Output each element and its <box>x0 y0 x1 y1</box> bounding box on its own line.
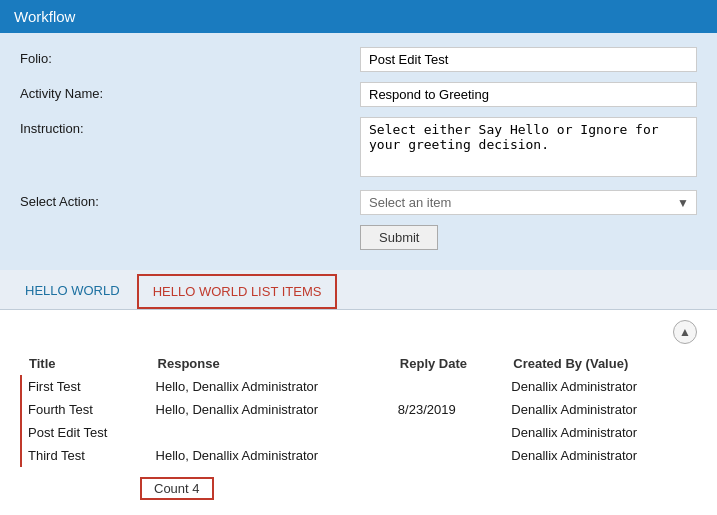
select-action-wrapper: Select an item ▼ <box>360 190 697 215</box>
count-badge: Count 4 <box>140 477 214 500</box>
select-action-row: Select Action: Select an item ▼ <box>20 190 697 215</box>
folio-input[interactable] <box>360 47 697 72</box>
cell-created-by-1: Denallix Administrator <box>505 398 696 421</box>
table-row: Third Test Hello, Denallix Administrator… <box>21 444 696 467</box>
cell-reply-date-3 <box>392 444 506 467</box>
instruction-row: Instruction: Select either Say Hello or … <box>20 117 697 180</box>
cell-reply-date-1: 8/23/2019 <box>392 398 506 421</box>
select-action-dropdown[interactable]: Select an item <box>360 190 697 215</box>
scroll-up-icon: ▲ <box>679 325 691 339</box>
cell-title-3: Third Test <box>21 444 150 467</box>
instruction-label: Instruction: <box>20 117 360 136</box>
cell-title-1: Fourth Test <box>21 398 150 421</box>
list-section: ▲ Title Response Reply Date Created By (… <box>0 310 717 515</box>
folio-input-wrapper <box>360 47 697 72</box>
submit-row: Submit <box>20 225 697 250</box>
table-row: Post Edit Test Denallix Administrator <box>21 421 696 444</box>
instruction-textarea[interactable]: Select either Say Hello or Ignore for yo… <box>360 117 697 177</box>
col-created-by: Created By (Value) <box>505 352 696 375</box>
scroll-up-button[interactable]: ▲ <box>673 320 697 344</box>
activity-name-input[interactable] <box>360 82 697 107</box>
table-row: First Test Hello, Denallix Administrator… <box>21 375 696 398</box>
activity-name-row: Activity Name: <box>20 82 697 107</box>
tab-hello-world-list-items[interactable]: HELLO WORLD LIST ITEMS <box>137 274 338 309</box>
tab-hello-world-list-items-label: HELLO WORLD LIST ITEMS <box>153 284 322 299</box>
table-header-row: Title Response Reply Date Created By (Va… <box>21 352 696 375</box>
folio-label: Folio: <box>20 47 360 66</box>
cell-response-1: Hello, Denallix Administrator <box>150 398 392 421</box>
activity-name-input-wrapper <box>360 82 697 107</box>
list-table: Title Response Reply Date Created By (Va… <box>20 352 697 467</box>
table-row: Fourth Test Hello, Denallix Administrato… <box>21 398 696 421</box>
cell-created-by-2: Denallix Administrator <box>505 421 696 444</box>
title-bar: Workflow <box>0 0 717 33</box>
select-action-input-wrapper: Select an item ▼ <box>360 190 697 215</box>
cell-response-3: Hello, Denallix Administrator <box>150 444 392 467</box>
tab-hello-world-label: HELLO WORLD <box>25 283 120 298</box>
tab-hello-world[interactable]: HELLO WORLD <box>10 274 135 309</box>
scroll-btn-area: ▲ <box>20 320 697 344</box>
instruction-input-wrapper: Select either Say Hello or Ignore for yo… <box>360 117 697 180</box>
submit-button[interactable]: Submit <box>360 225 438 250</box>
cell-response-2 <box>150 421 392 444</box>
select-action-label: Select Action: <box>20 190 360 209</box>
cell-created-by-3: Denallix Administrator <box>505 444 696 467</box>
cell-reply-date-0 <box>392 375 506 398</box>
col-title: Title <box>21 352 150 375</box>
title-bar-label: Workflow <box>14 8 75 25</box>
activity-name-label: Activity Name: <box>20 82 360 101</box>
cell-created-by-0: Denallix Administrator <box>505 375 696 398</box>
folio-row: Folio: <box>20 47 697 72</box>
cell-title-2: Post Edit Test <box>21 421 150 444</box>
cell-title-0: First Test <box>21 375 150 398</box>
tabs-bar: HELLO WORLD HELLO WORLD LIST ITEMS <box>0 270 717 310</box>
col-reply-date: Reply Date <box>392 352 506 375</box>
form-section: Folio: Activity Name: Instruction: Selec… <box>0 33 717 270</box>
col-response: Response <box>150 352 392 375</box>
cell-reply-date-2 <box>392 421 506 444</box>
cell-response-0: Hello, Denallix Administrator <box>150 375 392 398</box>
